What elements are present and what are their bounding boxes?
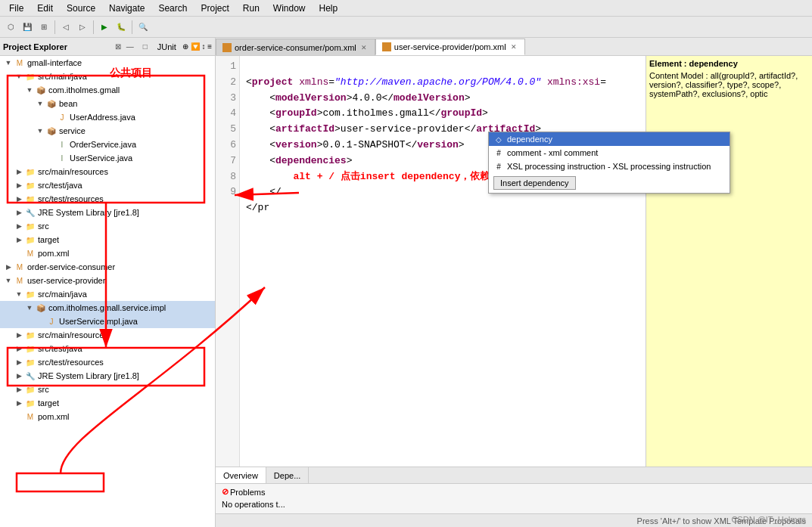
menu-file[interactable]: File (3, 2, 30, 15)
tree-label: UserAddress.java (70, 113, 135, 122)
tree-item-src-main-resources[interactable]: ▶ 📁 src/main/resources (0, 165, 215, 178)
tree-item-src[interactable]: ▶ 📁 src (0, 219, 215, 233)
tree-label: src/main/java (38, 72, 87, 81)
toolbar-new[interactable]: ⬡ (3, 20, 18, 35)
bottom-panel-tabs: Overview Depe... (216, 467, 812, 484)
main-layout: Project Explorer ⊠ — □ JUnit ⊕ 🔽 ↕ ≡ ▼ M… (0, 38, 812, 527)
tree-item-jre-library[interactable]: ▶ 🔧 JRE System Library [jre1.8] (0, 206, 215, 219)
panel-title: Project Explorer (3, 42, 112, 51)
left-panel: Project Explorer ⊠ — □ JUnit ⊕ 🔽 ↕ ≡ ▼ M… (0, 38, 216, 527)
menu-source[interactable]: Source (61, 2, 101, 15)
tree-item-userserviceimpl[interactable]: J UserServiceImpl.java (0, 315, 215, 328)
tree-item-bean[interactable]: ▼ 📦 bean (0, 97, 215, 110)
tree-item-order-service-consumer[interactable]: ▶ M order-service-consumer (0, 260, 215, 274)
tree-label: JRE System Library [jre1.8] (38, 371, 139, 380)
tab-order-consumer-pom[interactable]: order-service-consumer/pom.xml ✕ (216, 39, 375, 55)
panel-maximize[interactable]: □ (139, 41, 151, 53)
tab-close-btn[interactable]: ✕ (509, 42, 518, 51)
problems-tab-label[interactable]: Problems (230, 488, 265, 497)
tree-arrow: ▶ (14, 234, 24, 245)
autocomplete-icon: # (493, 147, 504, 158)
tree-item-useraddress[interactable]: J UserAddress.java (0, 110, 215, 124)
tree-item-user-service-provider[interactable]: ▼ M user-service-provider (0, 274, 215, 287)
bottom-status-bar: Press 'Alt+/' to show XML Template Propo… (216, 513, 812, 527)
menu-navigate[interactable]: Navigate (103, 2, 151, 15)
toolbar-search[interactable]: 🔍 (135, 20, 151, 35)
src-folder-icon: 📁 (24, 166, 36, 178)
tree-label: UserServiceImpl.java (59, 317, 138, 326)
tree-item-gmall-pom[interactable]: M pom.xml (0, 246, 215, 260)
panel-tab-junit[interactable]: JUnit (154, 42, 179, 51)
editor-area: 1 2 3 4 5 6 7 8 9 <project xmlns="http:/… (216, 56, 812, 467)
tree-arrow: ▶ (14, 207, 24, 218)
tree-label: src/test/java (38, 181, 82, 190)
toolbar-back[interactable]: ◁ (58, 20, 73, 35)
toolbar-save[interactable]: 💾 (20, 20, 35, 35)
bottom-status-text: No operations t... (222, 500, 806, 509)
tree-arrow: ▼ (3, 275, 14, 286)
menu-edit[interactable]: Edit (31, 2, 59, 15)
tree-arrow: ▶ (14, 370, 24, 381)
autocomplete-item-xsl[interactable]: # XSL processing instruction - XSL proce… (489, 160, 730, 173)
menu-search[interactable]: Search (152, 2, 193, 15)
autocomplete-item-comment[interactable]: # comment - xml comment (489, 146, 730, 160)
tree-item-usp-src-main-resources[interactable]: ▶ 📁 src/main/resources (0, 328, 215, 342)
project-icon: M (14, 274, 26, 287)
line-numbers: 1 2 3 4 5 6 7 8 9 (216, 56, 240, 467)
tree-item-orderservice[interactable]: I OrderService.java (0, 138, 215, 151)
tree-item-usp-src-test-resources[interactable]: ▶ 📁 src/test/resources (0, 355, 215, 369)
toolbar-forward[interactable]: ▷ (75, 20, 90, 35)
info-panel-content: Content Model : all(groupId?, artifactId… (649, 71, 809, 98)
menu-run[interactable]: Run (237, 2, 266, 15)
tree-item-src-main-java[interactable]: ▼ 📁 src/main/java (0, 70, 215, 83)
tree-item-usp-pom[interactable]: M pom.xml (0, 410, 215, 423)
toolbar: ⬡ 💾 ⊞ ◁ ▷ ▶ 🐛 🔍 (0, 17, 812, 38)
panel-minimize[interactable]: — (124, 41, 136, 53)
tree-arrow: ▼ (3, 57, 14, 68)
bottom-tab-depe[interactable]: Depe... (266, 467, 309, 483)
tree-arrow: ▼ (35, 126, 45, 136)
tree-label: src/test/resources (38, 358, 104, 367)
package-icon: 📦 (45, 98, 58, 110)
tree-item-usp-jre-library[interactable]: ▶ 🔧 JRE System Library [jre1.8] (0, 369, 215, 383)
autocomplete-dropdown: ◇ dependency # comment - xml comment # X… (488, 132, 730, 194)
bottom-tab-overview[interactable]: Overview (216, 467, 266, 483)
toolbar-save-all[interactable]: ⊞ (36, 20, 51, 35)
toolbar-debug[interactable]: 🐛 (114, 20, 129, 35)
tree-item-src-test-java[interactable]: ▶ 📁 src/test/java (0, 178, 215, 192)
tree-item-userservice[interactable]: I UserService.java (0, 151, 215, 165)
tab-user-provider-pom[interactable]: user-service-provider/pom.xml ✕ (375, 39, 525, 55)
tree-item-gmall-interface[interactable]: ▼ M gmall-interface (0, 56, 215, 70)
java-file-icon: J (56, 111, 68, 123)
tab-label: user-service-provider/pom.xml (394, 42, 506, 51)
menu-help[interactable]: Help (313, 2, 344, 15)
folder-icon: 📁 (24, 383, 36, 395)
folder-icon: 📁 (24, 220, 36, 232)
tree-arrow-empty (45, 139, 56, 150)
error-icon: ⊘ (222, 487, 229, 497)
tree-label: order-service-consumer (27, 262, 115, 271)
menu-project[interactable]: Project (194, 2, 235, 15)
tree-item-usp-src-main-java[interactable]: ▼ 📁 src/main/java (0, 287, 215, 301)
bottom-panel-content: ⊘ Problems No operations t... (216, 484, 812, 513)
tree-item-usp-target[interactable]: ▶ 📁 target (0, 396, 215, 410)
code-content[interactable]: <project xmlns="http://maven.apache.org/… (240, 56, 646, 467)
toolbar-run[interactable]: ▶ (97, 20, 112, 35)
tree-item-target[interactable]: ▶ 📁 target (0, 233, 215, 246)
tree-label: UserService.java (70, 153, 132, 163)
tab-close-btn[interactable]: ✕ (359, 43, 369, 52)
insert-dependency-button[interactable]: Insert dependency (493, 176, 576, 190)
tree-item-usp-src-test-java[interactable]: ▶ 📁 src/test/java (0, 342, 215, 355)
panel-toolbar-icons: ⊕ 🔽 ↕ ≡ (182, 42, 212, 51)
tree-item-usp-src[interactable]: ▶ 📁 src (0, 383, 215, 396)
tree-label: gmall-interface (27, 58, 82, 67)
tree-item-com-itholmes-gmall[interactable]: ▼ 📦 com.itholmes.gmall (0, 83, 215, 97)
tree-item-usp-com-itholmes[interactable]: ▼ 📦 com.itholmes.gmall.service.impl (0, 301, 215, 315)
menu-window[interactable]: Window (267, 2, 312, 15)
tree-label: com.itholmes.gmall.service.impl (48, 303, 166, 312)
tree-item-src-test-resources[interactable]: ▶ 📁 src/test/resources (0, 192, 215, 206)
tree-label: target (38, 235, 59, 244)
autocomplete-item-dependency[interactable]: ◇ dependency (489, 132, 730, 146)
tree-arrow: ▼ (14, 71, 24, 82)
tree-item-service[interactable]: ▼ 📦 service (0, 124, 215, 138)
